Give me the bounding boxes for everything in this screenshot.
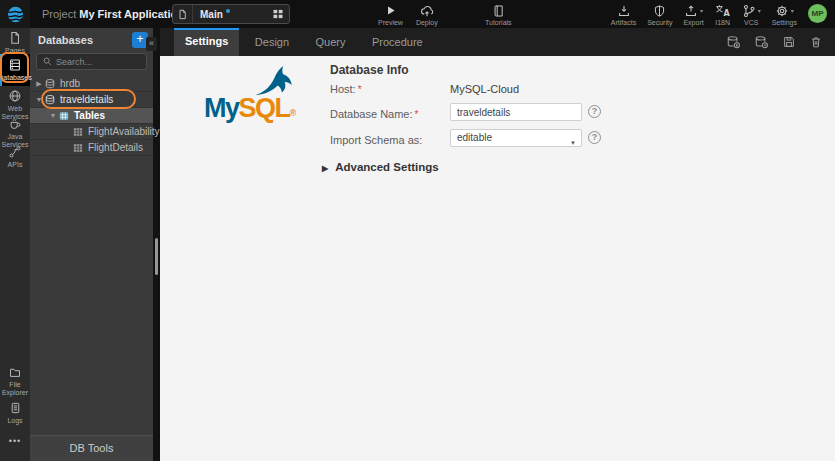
tab-design[interactable]: Design [244,30,300,56]
expand-caret-icon[interactable]: ▶ [34,76,44,91]
web-services-globe-icon [8,89,22,103]
section-title: Database Info [330,63,409,77]
project-prefix: Project [42,8,76,20]
tab-query[interactable]: Query [305,30,357,56]
export-button[interactable]: ▾ Export [683,0,703,26]
active-page-selector[interactable]: Main [172,4,290,24]
mysql-logo: MySQL® [202,64,322,128]
mysql-logo-registered: ® [290,108,297,118]
tree-node-label: FlightDetails [88,140,143,155]
file-explorer-label: File Explorer [0,381,30,397]
database-toolbar [726,35,823,50]
apis-connector-icon [8,145,22,159]
vcs-button[interactable]: ▾ VCS [742,0,761,26]
tree-node-flightavailability[interactable]: FlightAvailability [30,124,153,140]
app-window: Project My First Application › Main Prev… [0,0,835,461]
main-sidebar: Pages Databases Web Services Java Servic… [0,28,30,461]
export-label: Export [683,19,703,26]
run-actions: Preview Deploy [378,0,438,26]
collapse-caret-icon[interactable]: ▼ [34,92,44,107]
workspace-tabbar: Settings Design Query Procedure [160,28,835,56]
deploy-button[interactable]: Deploy [416,0,438,26]
active-page-name: Main [200,9,223,20]
database-cylinder-icon [44,94,56,106]
mysql-logotype: MySQL® [204,93,296,124]
databases-panel: Databases + ▶ hrdb ▼ traveldetails [30,28,153,461]
tab-settings[interactable]: Settings [174,28,239,56]
security-button[interactable]: Security [647,0,672,26]
logs-label: Logs [7,417,22,425]
tree-node-label: FlightAvailability [88,124,160,139]
page-icon [173,5,193,23]
tutorials-label: Tutorials [485,19,512,26]
tree-node-label: traveldetails [60,92,113,107]
import-schema-select[interactable]: editable ▼ [450,129,582,147]
db-sync-icon[interactable] [754,35,769,50]
sidebar-more-button[interactable]: ••• [0,436,30,446]
tree-node-flightdetails[interactable]: FlightDetails [30,140,153,156]
search-input[interactable] [56,57,136,67]
project-name: My First Application [79,8,184,20]
tables-folder-icon [58,110,70,122]
settings-caret-icon: ▾ [791,7,794,14]
db-update-icon[interactable] [726,35,741,50]
svg-text:A: A [723,9,730,18]
table-icon [72,126,84,138]
panel-collapse-button[interactable]: « [146,37,157,51]
preview-button[interactable]: Preview [378,0,403,26]
user-avatar[interactable]: MP [808,4,827,23]
artifacts-button[interactable]: Artifacts [611,0,636,26]
panel-scrollbar[interactable] [153,28,160,461]
tree-node-label: hrdb [60,76,80,91]
tutorials-button[interactable]: Tutorials [485,0,512,26]
security-shield-icon [653,3,666,18]
host-label: Host:* [330,83,362,95]
scrollbar-thumb[interactable] [155,238,158,275]
sidebar-item-logs[interactable]: Logs [0,401,30,425]
database-cylinder-icon [44,78,56,90]
database-search-box[interactable] [36,53,147,70]
vcs-branch-icon [742,4,756,18]
sidebar-item-databases[interactable]: Databases [0,54,30,86]
settings-button[interactable]: ▾ Settings [772,0,797,26]
tree-node-label: Tables [74,108,105,123]
sidebar-item-pages[interactable]: Pages [0,31,30,55]
wavemaker-logo-icon [7,6,24,23]
import-schema-help-icon[interactable]: ? [588,131,601,144]
save-icon[interactable] [782,35,796,50]
db-tools-button[interactable]: DB Tools [30,435,153,461]
databases-label: Databases [0,74,32,82]
i18n-translate-icon: A [715,3,731,18]
workspace: Settings Design Query Procedure [160,28,835,461]
collapse-caret-icon[interactable]: ▼ [48,108,58,123]
breadcrumb-chevron-icon: › [160,5,164,23]
vcs-caret-icon: ▾ [758,7,761,14]
security-label: Security [647,19,672,26]
sidebar-item-apis[interactable]: APIs [0,145,30,169]
sidebar-item-file-explorer[interactable]: File Explorer [0,366,30,397]
java-services-cup-icon [8,117,22,131]
database-name-input[interactable] [450,103,582,121]
apis-label: APIs [8,161,23,169]
mysql-logo-my: My [204,93,239,123]
file-explorer-folder-icon [8,366,22,379]
tree-node-hrdb[interactable]: ▶ hrdb [30,76,153,92]
i18n-button[interactable]: A I18N [715,0,731,26]
delete-trash-icon[interactable] [809,35,823,50]
deploy-label: Deploy [416,19,438,26]
tree-node-tables[interactable]: ▼ Tables [30,108,153,124]
tree-node-traveldetails[interactable]: ▼ traveldetails [30,92,153,108]
import-schema-label: Import Schema as: [330,134,422,146]
required-marker: * [358,84,362,95]
pages-icon [8,31,22,45]
databases-icon [8,58,22,72]
wavemaker-logo[interactable] [0,0,30,28]
artifacts-label: Artifacts [611,19,636,26]
database-name-help-icon[interactable]: ? [588,105,601,118]
tab-procedure[interactable]: Procedure [361,30,434,56]
required-marker: * [415,109,419,120]
pages-grid-icon[interactable] [272,8,284,20]
advanced-settings-toggle[interactable]: ▶Advanced Settings [322,161,439,173]
export-caret-icon: ▾ [700,7,703,14]
logs-document-icon [9,401,22,415]
